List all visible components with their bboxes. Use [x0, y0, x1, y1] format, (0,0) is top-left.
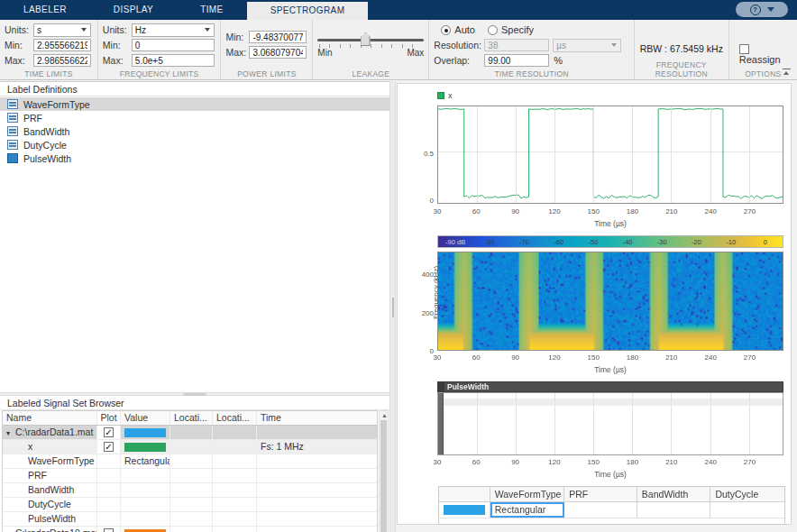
- value-cell[interactable]: [121, 527, 170, 532]
- tab-spectrogram[interactable]: SPECTROGRAM: [247, 2, 369, 20]
- label-value-cell[interactable]: [710, 502, 784, 518]
- location-cell[interactable]: [170, 440, 213, 454]
- leakage-slider[interactable]: Min Max: [317, 32, 424, 59]
- expander-icon[interactable]: ▾: [6, 429, 15, 437]
- value-cell[interactable]: [121, 440, 170, 454]
- label-definition-prf[interactable]: PRF: [0, 111, 389, 124]
- location-cell[interactable]: [213, 498, 257, 511]
- signal-row-name[interactable]: BandWidth: [3, 483, 97, 497]
- pulsewidth-strip-header[interactable]: PulseWidth: [437, 381, 783, 392]
- column-header-Locati[interactable]: Locati...: [213, 411, 257, 425]
- overlap-input[interactable]: [484, 54, 549, 67]
- signal-row-name[interactable]: PulseWidth: [3, 512, 97, 526]
- time-max-input[interactable]: [33, 54, 91, 67]
- column-header-Time[interactable]: Time: [257, 411, 377, 425]
- location-cell[interactable]: [213, 426, 257, 439]
- location-cell[interactable]: [213, 469, 257, 482]
- plot-cell[interactable]: ✓: [97, 426, 121, 439]
- location-cell[interactable]: [213, 454, 257, 468]
- signal-row[interactable]: DutyCycle: [3, 498, 377, 512]
- freq-min-input[interactable]: [132, 39, 215, 51]
- value-cell[interactable]: [121, 426, 170, 439]
- signal-row-name[interactable]: WaveFormType: [3, 454, 97, 468]
- tab-labeler[interactable]: LABELER: [0, 0, 90, 20]
- pulsewidth-strip-axes[interactable]: [437, 392, 783, 455]
- slider-thumb[interactable]: [361, 32, 371, 46]
- plot-checkbox[interactable]: [104, 528, 114, 532]
- label-definition-pulsewidth[interactable]: PulseWidth: [0, 151, 389, 165]
- label-definition-dutycycle[interactable]: DutyCycle: [0, 138, 389, 151]
- scrollbar-thumb[interactable]: [380, 420, 387, 532]
- auto-radio[interactable]: Auto: [441, 24, 475, 35]
- label-value-cell[interactable]: Rectangular: [490, 502, 565, 518]
- time-min-input[interactable]: [33, 39, 91, 51]
- signal-row-name[interactable]: x: [3, 440, 97, 454]
- plot-cell[interactable]: [97, 498, 121, 511]
- location-cell[interactable]: [170, 512, 213, 526]
- signal-row[interactable]: PulseWidth: [3, 512, 377, 527]
- plot-cell[interactable]: [97, 469, 121, 482]
- value-cell[interactable]: [121, 469, 170, 482]
- plot-cell[interactable]: [97, 512, 121, 526]
- signal-row[interactable]: PRF: [3, 469, 377, 483]
- freq-units-select[interactable]: Hz: [132, 23, 215, 37]
- swatch-cell[interactable]: [439, 502, 490, 518]
- resolution-input[interactable]: [484, 39, 549, 51]
- value-cell[interactable]: [121, 498, 170, 511]
- location-cell[interactable]: [213, 483, 257, 497]
- location-cell[interactable]: [170, 454, 213, 468]
- value-cell[interactable]: [121, 512, 170, 526]
- signal-row[interactable]: BandWidth: [3, 483, 377, 498]
- label-definition-bandwidth[interactable]: BandWidth: [0, 124, 389, 138]
- strip-scroll-handle[interactable]: [438, 393, 444, 454]
- tab-display[interactable]: DISPLAY: [90, 0, 177, 20]
- location-cell[interactable]: [170, 483, 213, 497]
- specify-radio[interactable]: Specify: [488, 24, 534, 35]
- freq-max-input[interactable]: [132, 54, 215, 67]
- value-cell[interactable]: Rectangular: [121, 454, 170, 468]
- column-header-Value[interactable]: Value: [121, 411, 170, 425]
- help-button[interactable]: ?: [736, 2, 788, 17]
- scroll-up-icon[interactable]: ▲: [381, 412, 388, 418]
- plot-checkbox[interactable]: ✓: [104, 427, 114, 437]
- signal-row-name[interactable]: ▾C:\radarData10.mat: [3, 527, 97, 532]
- signal-row[interactable]: x✓Fs: 1 MHz: [3, 440, 377, 454]
- vertical-scrollbar[interactable]: ▲ ▼: [379, 410, 389, 532]
- location-cell[interactable]: [170, 426, 213, 439]
- label-value-cell[interactable]: [564, 502, 637, 518]
- label-table-row[interactable]: Rectangular: [439, 502, 784, 518]
- column-header-Plot[interactable]: Plot: [97, 411, 121, 425]
- location-cell[interactable]: [213, 512, 257, 526]
- resolution-units-select[interactable]: µs: [553, 39, 621, 52]
- signal-row-name[interactable]: ▾C:\radarData1.mat: [3, 426, 97, 439]
- location-cell[interactable]: [170, 469, 213, 482]
- location-cell[interactable]: [170, 527, 213, 532]
- plot-cell[interactable]: [97, 483, 121, 497]
- time-plot-axes[interactable]: [437, 105, 783, 204]
- power-min-input[interactable]: [249, 31, 307, 43]
- label-value-cell[interactable]: [637, 502, 711, 518]
- tab-time[interactable]: TIME: [177, 0, 247, 20]
- signal-row-name[interactable]: PRF: [3, 469, 97, 482]
- location-cell[interactable]: [213, 527, 257, 532]
- column-header-Locati[interactable]: Locati...: [170, 411, 213, 425]
- signal-row-name[interactable]: DutyCycle: [3, 498, 97, 511]
- spectrogram-axes[interactable]: [437, 252, 783, 351]
- reassign-checkbox[interactable]: Reassign: [734, 43, 792, 65]
- signal-row[interactable]: ▾C:\radarData1.mat✓: [3, 426, 377, 440]
- vertical-splitter[interactable]: [389, 81, 396, 532]
- time-units-select[interactable]: s: [33, 23, 91, 37]
- location-cell[interactable]: [213, 440, 257, 454]
- label-definition-waveformtype[interactable]: WaveFormType: [0, 97, 389, 111]
- collapse-ribbon-button[interactable]: [782, 69, 792, 76]
- column-header-Name[interactable]: Name: [3, 411, 97, 425]
- value-cell[interactable]: [121, 483, 170, 497]
- plot-cell[interactable]: [97, 527, 121, 532]
- plot-cell[interactable]: ✓: [97, 440, 121, 454]
- plot-cell[interactable]: [97, 454, 121, 468]
- spectrogram-heatmap[interactable]: [438, 252, 783, 350]
- power-max-input[interactable]: [249, 46, 307, 59]
- signal-row[interactable]: WaveFormTypeRectangular: [3, 454, 377, 469]
- location-cell[interactable]: [170, 498, 213, 511]
- plot-checkbox[interactable]: ✓: [104, 442, 114, 452]
